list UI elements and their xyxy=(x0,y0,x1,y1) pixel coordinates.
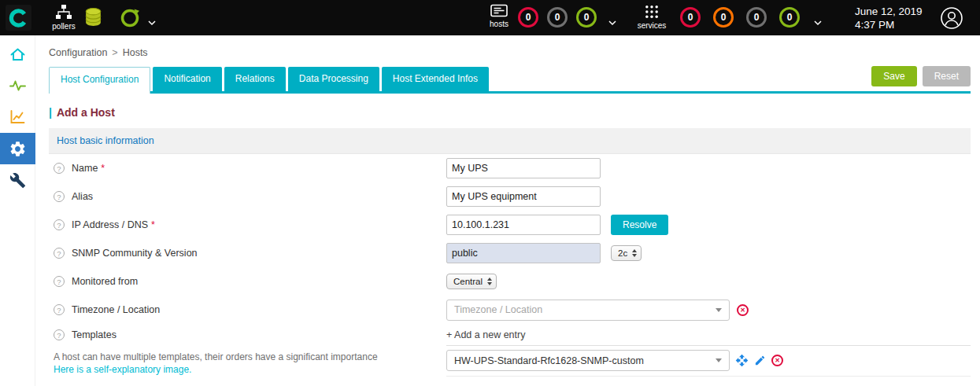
tab-data-processing[interactable]: Data Processing xyxy=(288,67,379,91)
tab-host-configuration[interactable]: Host Configuration xyxy=(49,67,150,94)
ip-label-cell: ? IP Address / DNS * xyxy=(49,219,446,230)
sidebar-item-home[interactable] xyxy=(0,39,35,70)
snmp-label: SNMP Community & Version xyxy=(72,248,198,259)
sidebar-item-administration[interactable] xyxy=(0,164,35,196)
pollers-icon xyxy=(55,4,72,20)
delete-template-icon[interactable]: ✕ xyxy=(771,355,783,366)
main-menu-sidebar xyxy=(0,35,35,386)
gear-icon xyxy=(9,140,27,158)
services-icon xyxy=(644,4,660,20)
breadcrumb-hosts[interactable]: Hosts xyxy=(123,47,148,58)
hosts-unreachable-badge[interactable]: 0 xyxy=(547,7,568,28)
form-row-templates: ? Templates A host can have multiple tem… xyxy=(49,324,971,386)
form-row-snmp: ? SNMP Community & Version 2c xyxy=(49,239,971,267)
template-select[interactable]: HW-UPS-Standard-Rfc1628-SNMP-custom xyxy=(446,350,730,371)
chevron-down-icon[interactable] xyxy=(608,15,616,29)
tab-notification[interactable]: Notification xyxy=(153,67,221,91)
wrench-icon xyxy=(9,172,26,189)
centreon-logo-icon xyxy=(9,8,29,28)
help-icon[interactable]: ? xyxy=(54,276,65,287)
alias-label-cell: ? Alias xyxy=(49,191,446,202)
hosts-status-badges: 0 0 0 xyxy=(518,7,597,28)
help-icon[interactable]: ? xyxy=(54,304,65,315)
resolve-button[interactable]: Resolve xyxy=(611,215,668,235)
alias-input[interactable] xyxy=(446,186,601,207)
hosts-menu[interactable]: hosts xyxy=(485,4,513,28)
snmp-label-cell: ? SNMP Community & Version xyxy=(49,248,446,259)
select-stepper-icon xyxy=(632,249,637,257)
edit-template-icon[interactable] xyxy=(754,355,766,366)
section-host-basic-information: Host basic information xyxy=(49,128,971,154)
templates-help-text: A host can have multiple templates, thei… xyxy=(54,351,446,363)
home-icon xyxy=(9,46,27,63)
monitored-from-label-cell: ? Monitored from xyxy=(49,276,446,287)
top-header: pollers xyxy=(0,0,980,35)
form-row-ip: ? IP Address / DNS * Resolve xyxy=(49,211,971,239)
hosts-down-badge[interactable]: 0 xyxy=(518,7,538,28)
current-time: 4:37 PM xyxy=(855,18,923,31)
reset-button[interactable]: Reset xyxy=(923,66,971,86)
sidebar-item-monitoring[interactable] xyxy=(0,70,35,101)
snmp-community-input[interactable] xyxy=(446,243,601,263)
snmp-version-value: 2c xyxy=(618,248,627,258)
breadcrumb-separator: > xyxy=(112,47,117,58)
help-icon[interactable]: ? xyxy=(54,163,65,174)
dropdown-arrow-icon xyxy=(716,308,722,312)
monitored-from-value: Central xyxy=(453,277,483,286)
timezone-clear-icon[interactable]: ✕ xyxy=(737,304,749,316)
centreon-logo[interactable] xyxy=(6,5,31,31)
hosts-icon xyxy=(490,4,508,18)
user-icon xyxy=(940,6,963,30)
services-ok-badge[interactable]: 0 xyxy=(779,7,800,28)
monitored-from-label: Monitored from xyxy=(72,276,138,287)
timezone-label: Timezone / Location xyxy=(72,304,160,315)
services-warning-badge[interactable]: 0 xyxy=(713,7,734,28)
centreon-app: pollers xyxy=(0,0,980,386)
save-button[interactable]: Save xyxy=(871,66,916,86)
chevron-down-icon[interactable] xyxy=(814,15,822,29)
ip-input[interactable] xyxy=(446,215,601,235)
tab-host-extended-infos[interactable]: Host Extended Infos xyxy=(382,67,489,91)
required-asterisk: * xyxy=(151,219,155,230)
timezone-label-cell: ? Timezone / Location xyxy=(49,304,446,315)
form-row-monitored-from: ? Monitored from Central xyxy=(49,267,971,296)
chevron-down-icon[interactable] xyxy=(148,15,156,29)
services-unknown-badge[interactable]: 0 xyxy=(746,7,767,28)
heartbeat-icon xyxy=(9,77,27,94)
sidebar-item-reporting[interactable] xyxy=(0,101,35,133)
pollers-label: pollers xyxy=(52,22,75,31)
templates-value-cell: + Add a new entry HW-UPS-Standard-Rfc162… xyxy=(446,324,971,377)
monitored-from-select[interactable]: Central xyxy=(446,274,497,289)
services-critical-badge[interactable]: 0 xyxy=(680,7,701,28)
snmp-version-select[interactable]: 2c xyxy=(611,245,642,261)
add-template-entry-link[interactable]: + Add a new entry xyxy=(446,324,971,346)
tab-relations[interactable]: Relations xyxy=(224,67,286,91)
database-status-icon[interactable] xyxy=(83,7,103,31)
form-row-alias: ? Alias xyxy=(49,182,971,211)
current-date: June 12, 2019 xyxy=(855,5,923,18)
user-profile-button[interactable] xyxy=(940,6,963,30)
tabs-bar: Host Configuration Notification Relation… xyxy=(49,66,971,94)
host-form: Host basic information ? Name * ? Alias xyxy=(49,128,971,386)
templates-help-link[interactable]: Here is a self-explanatory image. xyxy=(54,363,446,376)
breadcrumb-configuration[interactable]: Configuration xyxy=(49,47,107,58)
platform-status-icon[interactable] xyxy=(120,7,141,31)
move-template-icon[interactable] xyxy=(735,354,749,367)
ip-label: IP Address / DNS xyxy=(72,219,148,230)
timezone-placeholder: Timezone / Location xyxy=(454,304,542,315)
help-icon[interactable]: ? xyxy=(54,219,65,230)
services-menu[interactable]: services xyxy=(634,4,669,30)
help-icon[interactable]: ? xyxy=(54,191,65,202)
hosts-up-badge[interactable]: 0 xyxy=(576,7,597,28)
help-icon[interactable]: ? xyxy=(54,329,65,340)
template-entry-row: HW-UPS-Standard-Rfc1628-SNMP-custom ✕ xyxy=(446,346,971,377)
help-icon[interactable]: ? xyxy=(54,248,65,259)
name-input[interactable] xyxy=(446,158,601,178)
name-label-cell: ? Name * xyxy=(49,163,446,174)
sidebar-item-configuration[interactable] xyxy=(0,133,35,164)
templates-label: Templates xyxy=(72,329,116,340)
template-value: HW-UPS-Standard-Rfc1628-SNMP-custom xyxy=(454,355,644,366)
timezone-select[interactable]: Timezone / Location xyxy=(446,300,730,321)
breadcrumb: Configuration>Hosts xyxy=(35,35,980,58)
pollers-menu[interactable]: pollers xyxy=(50,4,78,31)
